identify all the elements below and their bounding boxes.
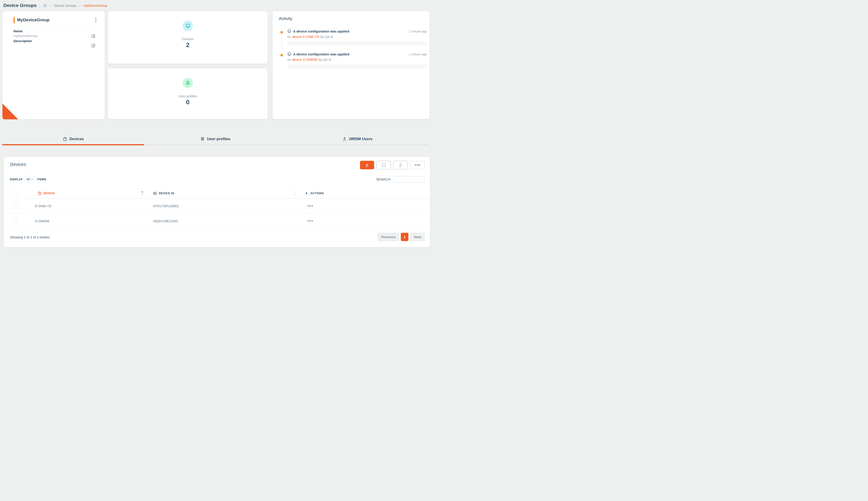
activity-title: Activity: [279, 16, 292, 21]
stat-label: User profiles: [178, 94, 197, 98]
sort-icon: [293, 191, 296, 195]
user-badge-icon: [200, 137, 205, 141]
device-name-cell: X-ONE86: [25, 219, 147, 223]
corner-triangle: [2, 104, 18, 119]
column-label: DEVICE: [43, 192, 55, 195]
search-input[interactable]: [393, 176, 425, 182]
edit-description-button[interactable]: [91, 43, 96, 48]
edit-icon: [91, 43, 96, 48]
column-header-device-id[interactable]: DEVICE ID: [147, 188, 300, 198]
monitor-icon: [287, 29, 291, 33]
edit-name-button[interactable]: [91, 34, 96, 39]
ellipsis-icon: [415, 164, 420, 166]
edit-button[interactable]: [360, 161, 374, 169]
lightning-icon: [304, 191, 308, 195]
table-row: X-ONE86 I3QAX18612345: [4, 213, 430, 228]
kebab-menu-button[interactable]: [94, 17, 98, 23]
accent-bar: [13, 17, 15, 23]
breadcrumb: Device Groups › Device Groups › myDevice…: [3, 2, 107, 9]
activity-device-link[interactable]: device E-ONE+75: [292, 35, 319, 39]
breadcrumb-section[interactable]: Device Groups: [54, 3, 76, 8]
column-label: ACTIONS: [310, 192, 324, 195]
activity-text: on: [287, 57, 291, 62]
refresh-icon: [398, 163, 403, 167]
devices-stat-card[interactable]: Devices 2: [108, 11, 268, 64]
pagination: Previous 1 Next: [378, 233, 425, 241]
user-profiles-stat-card[interactable]: User profiles 0: [108, 68, 268, 119]
activity-text: on: [287, 35, 291, 39]
table-title: Devices: [10, 162, 26, 167]
tv-icon: [63, 137, 67, 141]
row-actions-button[interactable]: [308, 219, 313, 223]
timeline-line: [281, 34, 282, 55]
chevron-down-icon: [31, 178, 33, 180]
row-checkbox[interactable]: [13, 204, 18, 208]
user-profiles-circle: [183, 78, 193, 88]
activity-card: Activity A device configuration was appl…: [272, 11, 429, 119]
device-name-cell: E-ONE+75: [25, 204, 147, 208]
breadcrumb-current: myDeviceGroup: [83, 3, 107, 8]
barcode-icon: [153, 191, 157, 195]
tab-devices[interactable]: Devices: [2, 134, 144, 145]
expand-icon: [382, 163, 386, 167]
select-all-checkbox[interactable]: [13, 191, 18, 195]
table-row: E-ONE+75 I3TE175PL00001: [4, 199, 430, 213]
home-icon[interactable]: [43, 3, 47, 8]
activity-device-link[interactable]: device X-ONE86: [292, 57, 317, 62]
activity-time: 1 minute ago: [409, 53, 427, 56]
table-toolbar: [360, 161, 425, 169]
row-checkbox[interactable]: [13, 218, 18, 223]
group-title: MyDeviceGroup: [17, 18, 50, 22]
group-card: MyDeviceGroup Name myDeviceGroup Descrip…: [2, 11, 105, 119]
stat-value: 0: [186, 99, 190, 106]
entries-summary: Showing 1 to 2 of 2 entries: [10, 235, 50, 239]
tab-bar: Devices User profiles i3RDM Users: [2, 134, 428, 145]
tab-label: i3RDM Users: [349, 137, 373, 141]
stat-value: 2: [186, 42, 190, 49]
activity-text: by QA i3: [318, 57, 331, 62]
more-button[interactable]: [410, 161, 425, 169]
stat-label: Devices: [182, 37, 194, 41]
activity-entry: A device configuration was applied 1 min…: [287, 29, 427, 45]
search-label: SEARCH:: [376, 178, 391, 181]
column-header-device[interactable]: DEVICE: [25, 188, 147, 198]
chevron-separator-icon: ›: [50, 3, 51, 8]
activity-placeholder-bar: [287, 64, 426, 68]
pencil-icon: [365, 163, 369, 167]
tab-label: User profiles: [207, 137, 231, 141]
activity-entry-title: A device configuration was applied: [293, 52, 349, 56]
tab-i3rdm-users[interactable]: i3RDM Users: [287, 134, 428, 145]
activity-entry: A device configuration was applied 1 min…: [287, 52, 427, 68]
previous-button[interactable]: Previous: [378, 233, 399, 241]
column-label: DEVICE ID: [159, 192, 174, 195]
table-header-row: DEVICE DEVICE ID ACTIONS: [4, 188, 430, 199]
device-id-cell: I3TE175PL00001: [147, 204, 300, 208]
page-size-value: 50: [26, 178, 30, 181]
tab-label: Devices: [69, 137, 84, 141]
activity-text: by QA i3: [320, 35, 333, 39]
chevron-separator-icon: ›: [79, 3, 80, 8]
user-badge-icon: [185, 81, 190, 86]
row-actions-button[interactable]: [308, 204, 313, 208]
timeline-dot: [280, 54, 283, 56]
edit-icon: [91, 34, 96, 39]
next-button[interactable]: Next: [410, 233, 425, 241]
page-1-button[interactable]: 1: [401, 233, 408, 241]
person-icon: [342, 137, 347, 141]
name-value: myDeviceGroup: [13, 34, 38, 38]
active-tab-underline: [2, 144, 144, 145]
devices-table-card: Devices DISPLAY 50 ITEMS SEARCH:: [4, 157, 430, 247]
display-label: DISPLAY: [10, 178, 23, 181]
items-label: ITEMS: [37, 178, 46, 181]
refresh-button[interactable]: [393, 161, 408, 169]
page-size-select[interactable]: 50: [25, 176, 35, 182]
activity-placeholder-bar: [287, 42, 426, 45]
name-label: Name: [13, 29, 23, 33]
monitor-icon: [287, 52, 291, 56]
title-divider: [40, 2, 40, 8]
monitor-icon: [185, 23, 190, 29]
page-title: Device Groups: [3, 3, 36, 8]
expand-button[interactable]: [377, 161, 391, 169]
activity-time: 1 minute ago: [409, 30, 427, 33]
tab-user-profiles[interactable]: User profiles: [144, 134, 286, 145]
